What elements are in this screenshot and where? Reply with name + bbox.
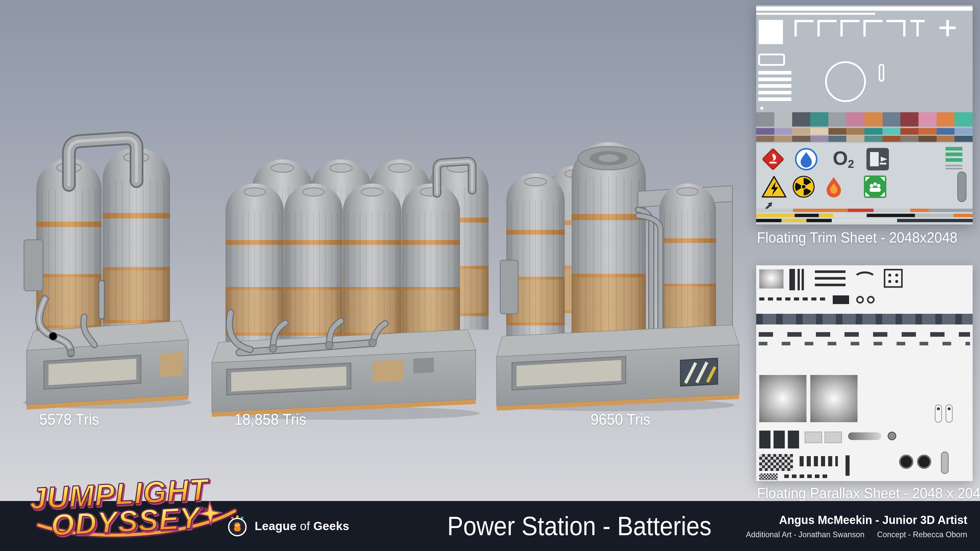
parallax-bar xyxy=(802,269,804,290)
green-bar xyxy=(945,158,963,162)
parallax-dash-row xyxy=(759,332,970,337)
color-swatch xyxy=(829,112,846,127)
trim-circle-outline xyxy=(825,61,866,102)
parallax-dot-square xyxy=(884,269,903,288)
parallax-line-stack xyxy=(815,270,845,290)
parallax-bar xyxy=(789,269,795,290)
trim-bracket-shape xyxy=(863,20,883,37)
color-swatch xyxy=(867,214,915,217)
parallax-panel-squares xyxy=(759,430,800,448)
parallax-pill xyxy=(935,404,942,423)
o2-label: O2 xyxy=(833,148,854,170)
star-icon xyxy=(197,500,223,526)
color-swatch xyxy=(846,136,864,142)
color-swatch xyxy=(955,128,973,135)
exit-door-icon xyxy=(866,148,889,171)
trim-decal-region: O2 xyxy=(756,143,973,224)
color-swatch xyxy=(774,136,792,142)
trim-bracket-shape-mirrored xyxy=(886,20,905,37)
parallax-blob-square xyxy=(810,375,858,422)
trim-stripe-row-2 xyxy=(756,214,973,217)
color-swatch xyxy=(897,219,973,222)
parallax-dash-row xyxy=(759,297,826,300)
parallax-band xyxy=(756,314,973,324)
color-swatch xyxy=(756,219,781,222)
color-swatch xyxy=(873,209,910,212)
parallax-dash-row xyxy=(759,342,970,345)
color-swatch xyxy=(848,209,873,212)
color-swatch xyxy=(910,209,929,212)
tri-count-label-low: 5578 Tris xyxy=(39,410,99,428)
color-swatch xyxy=(846,128,864,135)
color-swatch xyxy=(955,136,973,142)
radiation-icon xyxy=(792,175,815,198)
parallax-sheet-preview xyxy=(756,265,973,481)
trim-top-bar-thin xyxy=(756,13,875,15)
color-swatch xyxy=(918,136,937,142)
color-swatch xyxy=(833,214,867,217)
brand-word: League xyxy=(255,519,297,533)
color-swatch xyxy=(793,209,848,212)
fire-hazard-icon xyxy=(761,148,785,171)
trim-stripe-row-1 xyxy=(756,209,973,212)
parallax-dash-strip xyxy=(784,475,830,478)
model-render-mid-poly xyxy=(209,133,493,421)
color-swatch xyxy=(810,112,829,127)
trim-plus-shape-v xyxy=(946,20,949,36)
parallax-ring xyxy=(867,296,875,303)
asset-title-wrap: Power Station - Batteries xyxy=(472,501,687,551)
green-bar xyxy=(945,147,963,151)
credits-block: Angus McMeekin - Junior 3D Artist Additi… xyxy=(734,501,967,551)
color-swatch xyxy=(915,214,953,217)
color-swatch xyxy=(807,219,832,222)
brand-word: Geeks xyxy=(313,519,349,533)
parallax-bar xyxy=(797,269,800,290)
trim-stripe-row-3 xyxy=(756,219,973,222)
color-swatch xyxy=(792,136,810,142)
parallax-sheet-title: Floating Parallax Sheet - 2048 x 2048 xyxy=(757,485,980,502)
capsule-shape xyxy=(957,171,966,202)
trim-color-swatch-row-texture xyxy=(756,136,973,142)
color-swatch xyxy=(829,136,846,142)
trim-top-bar xyxy=(756,6,973,11)
color-swatch xyxy=(756,209,793,212)
additional-credits: Additional Art - Jonathan SwansonConcept… xyxy=(746,530,967,539)
color-swatch xyxy=(955,112,973,127)
color-swatch xyxy=(774,112,792,127)
jumplight-odyssey-logo: JUMPLIGHT ODYSSEY™ xyxy=(29,472,257,551)
color-swatch xyxy=(774,128,792,135)
model-render-low-poly xyxy=(21,120,194,411)
parallax-checker-small xyxy=(759,473,778,480)
artist-credit: Angus McMeekin - Junior 3D Artist xyxy=(779,513,967,527)
parallax-ring xyxy=(856,296,864,303)
parallax-arc xyxy=(853,272,877,288)
color-swatch xyxy=(756,136,774,142)
trim-sheet-preview: O2 xyxy=(756,5,973,224)
gray-bar xyxy=(945,168,963,169)
green-bar xyxy=(945,152,963,156)
presentation-canvas: 5578 Tris 18,858 Tris 9650 Tris xyxy=(0,0,980,551)
color-swatch xyxy=(756,128,774,135)
trim-dot xyxy=(760,106,763,110)
color-swatch xyxy=(937,112,955,127)
color-swatch xyxy=(883,112,900,127)
trim-square-shape xyxy=(759,20,783,44)
parallax-knob xyxy=(888,432,896,440)
color-swatch xyxy=(883,128,900,135)
color-swatch xyxy=(846,112,864,127)
color-swatch xyxy=(937,136,955,142)
trim-t-shape-stem xyxy=(916,20,919,37)
trim-list-bar xyxy=(758,97,791,101)
color-swatch xyxy=(864,128,883,135)
parallax-light-rect xyxy=(824,432,842,443)
color-swatch xyxy=(883,136,900,142)
parallax-capsule xyxy=(941,451,948,474)
gray-bar xyxy=(945,165,963,166)
parallax-slider xyxy=(848,432,881,440)
color-swatch xyxy=(929,209,973,212)
parallax-dark-circle xyxy=(917,454,931,469)
trim-list-bar xyxy=(758,78,791,81)
color-swatch xyxy=(756,214,795,217)
trim-pill-outline xyxy=(879,64,884,82)
color-swatch xyxy=(781,219,807,222)
